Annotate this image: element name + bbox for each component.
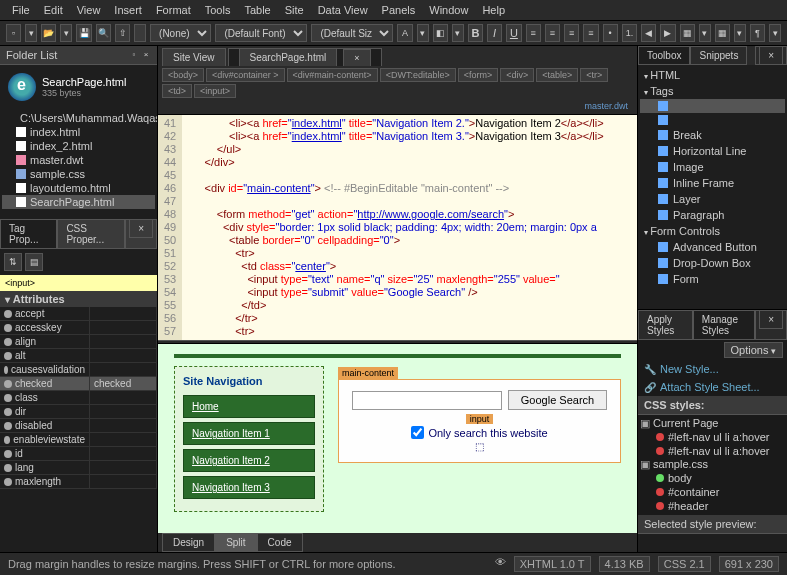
attr-row[interactable]: causesvalidation <box>0 363 157 377</box>
attr-row[interactable]: dir <box>0 405 157 419</box>
toolbox-group[interactable]: Form Controls <box>640 223 785 239</box>
attr-row[interactable]: id <box>0 447 157 461</box>
bgcolor-dropdown[interactable]: ▾ <box>452 24 464 42</box>
attr-row[interactable]: accesskey <box>0 321 157 335</box>
sitesearch-checkbox[interactable] <box>411 426 424 439</box>
nav-item[interactable]: Navigation Item 2 <box>183 449 315 472</box>
menu-help[interactable]: Help <box>476 2 511 18</box>
attr-row[interactable]: lang <box>0 461 157 475</box>
toolbox-group[interactable]: Tags <box>640 83 785 99</box>
breadcrumb-item[interactable]: <table> <box>536 68 578 82</box>
bullets-button[interactable]: • <box>603 24 618 42</box>
view-split[interactable]: Split <box>215 533 256 552</box>
nav-item[interactable]: Navigation Item 3 <box>183 476 315 499</box>
font-select[interactable]: (Default Font) <box>215 24 307 42</box>
tab-site-view[interactable]: Site View <box>162 48 226 66</box>
tree-item[interactable]: index.html <box>2 125 155 139</box>
indent-button[interactable]: ▶ <box>660 24 675 42</box>
design-view[interactable]: Site Navigation HomeNavigation Item 1Nav… <box>158 344 637 533</box>
attr-row[interactable]: maxlength <box>0 475 157 489</box>
open-button[interactable]: 📂 <box>41 24 56 42</box>
insert-table-dropdown[interactable]: ▾ <box>734 24 746 42</box>
menu-view[interactable]: View <box>71 2 107 18</box>
view-code[interactable]: Code <box>257 533 303 552</box>
fgcolor-dropdown[interactable]: ▾ <box>417 24 429 42</box>
css-rule[interactable]: #header <box>640 499 785 513</box>
save-button[interactable]: 💾 <box>76 24 91 42</box>
bold-button[interactable]: B <box>468 24 483 42</box>
breadcrumb-item[interactable]: <div#container > <box>206 68 285 82</box>
tree-root[interactable]: C:\Users\Muhammad.Waqas\Documen <box>2 111 155 125</box>
toolbox-item[interactable]: Layer <box>640 191 785 207</box>
underline-button[interactable]: U <box>506 24 521 42</box>
breadcrumb-item[interactable]: <body> <box>162 68 204 82</box>
tab-tag-properties[interactable]: Tag Prop... <box>0 219 57 249</box>
breadcrumb-item[interactable]: <div#main-content> <box>287 68 378 82</box>
view-design[interactable]: Design <box>162 533 215 552</box>
attr-row[interactable]: accept <box>0 307 157 321</box>
insert-table-button[interactable]: ▦ <box>715 24 730 42</box>
tag-close-icon[interactable]: × <box>129 219 153 238</box>
attr-row[interactable]: class <box>0 391 157 405</box>
fgcolor-button[interactable]: A <box>397 24 412 42</box>
tree-item[interactable]: sample.css <box>2 167 155 181</box>
publish-button[interactable]: ⇧ <box>115 24 130 42</box>
align-justify-button[interactable]: ≡ <box>583 24 598 42</box>
folder-pin-icon[interactable]: ▫ <box>129 50 139 60</box>
breadcrumb-item[interactable]: <td> <box>162 84 192 98</box>
master-link[interactable]: master.dwt <box>579 100 633 112</box>
preview-button[interactable]: 🔍 <box>96 24 111 42</box>
open-dropdown[interactable]: ▾ <box>60 24 72 42</box>
menu-window[interactable]: Window <box>423 2 474 18</box>
css-rule[interactable]: body <box>640 471 785 485</box>
tree-item[interactable]: SearchPage.html <box>2 195 155 209</box>
toolbox-close-icon[interactable]: × <box>759 46 783 65</box>
attr-row[interactable]: align <box>0 335 157 349</box>
google-search-button[interactable]: Google Search <box>508 390 607 410</box>
menu-file[interactable]: File <box>6 2 36 18</box>
borders-dropdown[interactable]: ▾ <box>699 24 711 42</box>
tag-filter-button[interactable]: ▤ <box>25 253 43 271</box>
align-center-button[interactable]: ≡ <box>545 24 560 42</box>
menu-site[interactable]: Site <box>279 2 310 18</box>
attr-row[interactable]: alt <box>0 349 157 363</box>
nav-item[interactable]: Navigation Item 1 <box>183 422 315 445</box>
menu-format[interactable]: Format <box>150 2 197 18</box>
styles-options-button[interactable]: Options ▾ <box>724 342 783 358</box>
folder-close-icon[interactable]: × <box>141 50 151 60</box>
menu-tools[interactable]: Tools <box>199 2 237 18</box>
paragraph-dropdown[interactable]: ▾ <box>769 24 781 42</box>
tab-searchpage[interactable]: SearchPage.html× <box>228 48 382 66</box>
tab-snippets[interactable]: Snippets <box>690 46 747 65</box>
css-group[interactable]: sample.css <box>640 458 785 471</box>
css-group[interactable]: Current Page <box>640 417 785 430</box>
attr-row[interactable]: enableviewstate <box>0 433 157 447</box>
new-dropdown[interactable]: ▾ <box>25 24 37 42</box>
tree-item[interactable]: layoutdemo.html <box>2 181 155 195</box>
align-left-button[interactable]: ≡ <box>526 24 541 42</box>
tab-css-properties[interactable]: CSS Proper... <box>57 219 125 249</box>
italic-button[interactable]: I <box>487 24 502 42</box>
outdent-button[interactable]: ◀ <box>641 24 656 42</box>
toolbox-item[interactable]: Drop-Down Box <box>640 255 785 271</box>
paragraph-button[interactable]: ¶ <box>750 24 765 42</box>
toolbox-item[interactable]: Image <box>640 159 785 175</box>
toolbox-item[interactable]: Inline Frame <box>640 175 785 191</box>
toolbox-item[interactable]: Horizontal Line <box>640 143 785 159</box>
menu-table[interactable]: Table <box>238 2 276 18</box>
tab-apply-styles[interactable]: Apply Styles <box>638 310 693 340</box>
breadcrumb-item[interactable]: <DWT:editable> <box>380 68 456 82</box>
tab-manage-styles[interactable]: Manage Styles <box>693 310 755 340</box>
css-rule[interactable]: #left-nav ul li a:hover <box>640 444 785 458</box>
menu-insert[interactable]: Insert <box>108 2 148 18</box>
menu-data-view[interactable]: Data View <box>312 2 374 18</box>
toolbox-item[interactable]: Break <box>640 127 785 143</box>
numbering-button[interactable]: 1. <box>622 24 637 42</box>
new-style-link[interactable]: 🔧 New Style... <box>638 360 787 378</box>
menu-panels[interactable]: Panels <box>376 2 422 18</box>
css-rule[interactable]: #container <box>640 485 785 499</box>
code-editor[interactable]: 4142434445464748495051525354555657585960… <box>158 115 637 340</box>
toolbox-item[interactable]: Advanced Button <box>640 239 785 255</box>
tab-close-icon[interactable]: × <box>343 49 370 66</box>
attach-stylesheet-link[interactable]: 🔗 Attach Style Sheet... <box>638 378 787 396</box>
